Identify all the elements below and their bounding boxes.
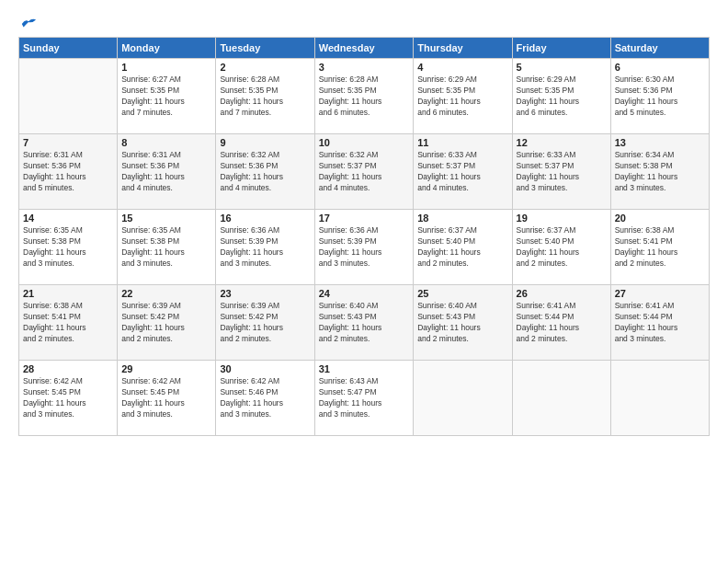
calendar-cell: 15Sunrise: 6:35 AM Sunset: 5:38 PM Dayli…	[118, 210, 216, 285]
day-number: 8	[121, 137, 211, 148]
day-info: Sunrise: 6:41 AM Sunset: 5:44 PM Dayligh…	[517, 301, 607, 345]
day-info: Sunrise: 6:38 AM Sunset: 5:41 PM Dayligh…	[615, 225, 705, 270]
day-number: 9	[220, 137, 310, 148]
day-number: 27	[615, 288, 705, 299]
day-number: 3	[319, 62, 409, 73]
calendar-cell	[512, 361, 610, 436]
day-number: 4	[417, 62, 507, 73]
calendar-cell	[414, 361, 512, 436]
day-info: Sunrise: 6:41 AM Sunset: 5:44 PM Dayligh…	[615, 301, 705, 345]
day-number: 1	[121, 62, 211, 73]
weekday-header-tuesday: Tuesday	[216, 38, 314, 59]
calendar-week-row: 1Sunrise: 6:27 AM Sunset: 5:35 PM Daylig…	[19, 59, 710, 134]
weekday-header-sunday: Sunday	[19, 38, 118, 59]
day-number: 18	[417, 213, 507, 224]
day-info: Sunrise: 6:35 AM Sunset: 5:38 PM Dayligh…	[121, 225, 211, 270]
day-number: 24	[319, 288, 409, 299]
calendar-cell: 5Sunrise: 6:29 AM Sunset: 5:35 PM Daylig…	[512, 59, 610, 134]
day-number: 29	[121, 363, 211, 374]
calendar-cell: 20Sunrise: 6:38 AM Sunset: 5:41 PM Dayli…	[610, 210, 709, 285]
day-info: Sunrise: 6:32 AM Sunset: 5:37 PM Dayligh…	[319, 150, 409, 194]
day-info: Sunrise: 6:38 AM Sunset: 5:41 PM Dayligh…	[23, 301, 113, 345]
calendar-cell: 12Sunrise: 6:33 AM Sunset: 5:37 PM Dayli…	[512, 134, 610, 210]
day-number: 28	[23, 363, 113, 374]
calendar-cell: 27Sunrise: 6:41 AM Sunset: 5:44 PM Dayli…	[610, 285, 709, 361]
day-info: Sunrise: 6:42 AM Sunset: 5:45 PM Dayligh…	[23, 376, 113, 420]
day-number: 23	[220, 288, 310, 299]
weekday-header-saturday: Saturday	[610, 38, 709, 59]
calendar-table: SundayMondayTuesdayWednesdayThursdayFrid…	[18, 37, 710, 436]
calendar-cell: 11Sunrise: 6:33 AM Sunset: 5:37 PM Dayli…	[414, 134, 512, 210]
day-number: 16	[220, 213, 310, 224]
day-number: 12	[517, 137, 607, 148]
calendar-cell: 21Sunrise: 6:38 AM Sunset: 5:41 PM Dayli…	[19, 285, 118, 361]
day-number: 20	[615, 213, 705, 224]
calendar-cell: 14Sunrise: 6:35 AM Sunset: 5:38 PM Dayli…	[19, 210, 118, 285]
day-info: Sunrise: 6:28 AM Sunset: 5:35 PM Dayligh…	[220, 75, 310, 119]
day-info: Sunrise: 6:33 AM Sunset: 5:37 PM Dayligh…	[517, 150, 607, 194]
day-info: Sunrise: 6:43 AM Sunset: 5:47 PM Dayligh…	[319, 376, 409, 420]
weekday-header-wednesday: Wednesday	[314, 38, 413, 59]
day-info: Sunrise: 6:36 AM Sunset: 5:39 PM Dayligh…	[319, 225, 409, 270]
calendar-cell: 22Sunrise: 6:39 AM Sunset: 5:42 PM Dayli…	[118, 285, 216, 361]
day-info: Sunrise: 6:39 AM Sunset: 5:42 PM Dayligh…	[220, 301, 310, 345]
weekday-header-friday: Friday	[512, 38, 610, 59]
day-info: Sunrise: 6:27 AM Sunset: 5:35 PM Dayligh…	[121, 75, 211, 119]
calendar-cell	[610, 361, 709, 436]
day-info: Sunrise: 6:33 AM Sunset: 5:37 PM Dayligh…	[417, 150, 507, 194]
day-info: Sunrise: 6:40 AM Sunset: 5:43 PM Dayligh…	[417, 301, 507, 345]
calendar-cell: 10Sunrise: 6:32 AM Sunset: 5:37 PM Dayli…	[314, 134, 413, 210]
calendar-cell: 28Sunrise: 6:42 AM Sunset: 5:45 PM Dayli…	[19, 361, 118, 436]
day-info: Sunrise: 6:40 AM Sunset: 5:43 PM Dayligh…	[319, 301, 409, 345]
day-number: 11	[417, 137, 507, 148]
weekday-header-thursday: Thursday	[414, 38, 512, 59]
calendar-cell: 30Sunrise: 6:42 AM Sunset: 5:46 PM Dayli…	[216, 361, 314, 436]
calendar-cell: 23Sunrise: 6:39 AM Sunset: 5:42 PM Dayli…	[216, 285, 314, 361]
day-info: Sunrise: 6:32 AM Sunset: 5:36 PM Dayligh…	[220, 150, 310, 194]
day-number: 22	[121, 288, 211, 299]
calendar-cell: 3Sunrise: 6:28 AM Sunset: 5:35 PM Daylig…	[314, 59, 413, 134]
calendar-cell: 18Sunrise: 6:37 AM Sunset: 5:40 PM Dayli…	[414, 210, 512, 285]
calendar-cell: 24Sunrise: 6:40 AM Sunset: 5:43 PM Dayli…	[314, 285, 413, 361]
day-info: Sunrise: 6:29 AM Sunset: 5:35 PM Dayligh…	[417, 75, 507, 119]
day-number: 15	[121, 213, 211, 224]
calendar-cell: 4Sunrise: 6:29 AM Sunset: 5:35 PM Daylig…	[414, 59, 512, 134]
calendar-cell: 7Sunrise: 6:31 AM Sunset: 5:36 PM Daylig…	[19, 134, 118, 210]
day-info: Sunrise: 6:30 AM Sunset: 5:36 PM Dayligh…	[615, 75, 705, 119]
page: SundayMondayTuesdayWednesdayThursdayFrid…	[0, 0, 728, 563]
logo	[18, 17, 37, 29]
day-info: Sunrise: 6:42 AM Sunset: 5:45 PM Dayligh…	[121, 376, 211, 420]
calendar-cell: 17Sunrise: 6:36 AM Sunset: 5:39 PM Dayli…	[314, 210, 413, 285]
calendar-cell	[19, 59, 118, 134]
day-number: 26	[517, 288, 607, 299]
header	[18, 17, 710, 29]
day-number: 17	[319, 213, 409, 224]
day-info: Sunrise: 6:31 AM Sunset: 5:36 PM Dayligh…	[121, 150, 211, 194]
calendar-cell: 31Sunrise: 6:43 AM Sunset: 5:47 PM Dayli…	[314, 361, 413, 436]
day-info: Sunrise: 6:42 AM Sunset: 5:46 PM Dayligh…	[220, 376, 310, 420]
calendar-cell: 2Sunrise: 6:28 AM Sunset: 5:35 PM Daylig…	[216, 59, 314, 134]
day-number: 2	[220, 62, 310, 73]
logo-text	[18, 17, 37, 29]
day-number: 13	[615, 137, 705, 148]
day-info: Sunrise: 6:39 AM Sunset: 5:42 PM Dayligh…	[121, 301, 211, 345]
day-info: Sunrise: 6:37 AM Sunset: 5:40 PM Dayligh…	[417, 225, 507, 270]
calendar-cell: 16Sunrise: 6:36 AM Sunset: 5:39 PM Dayli…	[216, 210, 314, 285]
calendar-week-row: 7Sunrise: 6:31 AM Sunset: 5:36 PM Daylig…	[19, 134, 710, 210]
logo-bird-icon	[20, 17, 37, 29]
calendar-cell: 6Sunrise: 6:30 AM Sunset: 5:36 PM Daylig…	[610, 59, 709, 134]
day-info: Sunrise: 6:37 AM Sunset: 5:40 PM Dayligh…	[517, 225, 607, 270]
day-info: Sunrise: 6:28 AM Sunset: 5:35 PM Dayligh…	[319, 75, 409, 119]
calendar-week-row: 21Sunrise: 6:38 AM Sunset: 5:41 PM Dayli…	[19, 285, 710, 361]
day-info: Sunrise: 6:36 AM Sunset: 5:39 PM Dayligh…	[220, 225, 310, 270]
day-number: 14	[23, 213, 113, 224]
day-number: 21	[23, 288, 113, 299]
day-number: 6	[615, 62, 705, 73]
day-number: 31	[319, 363, 409, 374]
calendar-cell: 29Sunrise: 6:42 AM Sunset: 5:45 PM Dayli…	[118, 361, 216, 436]
weekday-header-monday: Monday	[118, 38, 216, 59]
day-info: Sunrise: 6:31 AM Sunset: 5:36 PM Dayligh…	[23, 150, 113, 194]
calendar-week-row: 28Sunrise: 6:42 AM Sunset: 5:45 PM Dayli…	[19, 361, 710, 436]
day-info: Sunrise: 6:34 AM Sunset: 5:38 PM Dayligh…	[615, 150, 705, 194]
day-info: Sunrise: 6:35 AM Sunset: 5:38 PM Dayligh…	[23, 225, 113, 270]
